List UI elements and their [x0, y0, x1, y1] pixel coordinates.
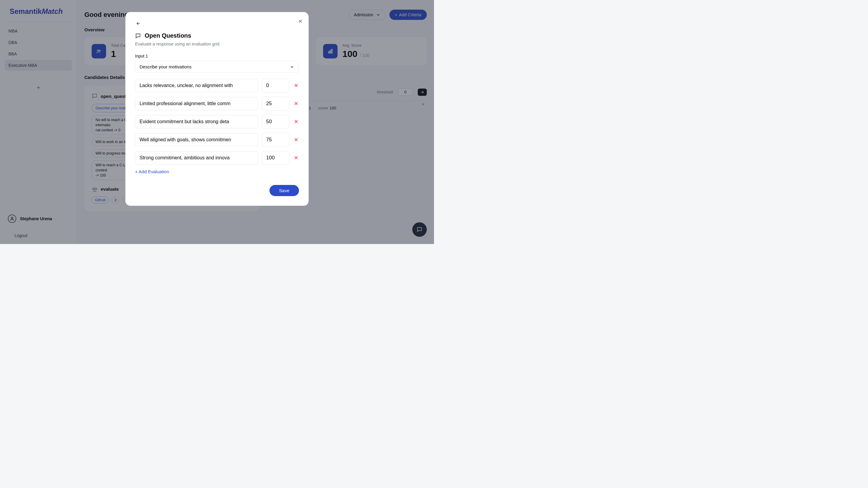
eval-delete-button[interactable]: ✕ — [293, 155, 299, 161]
input-label: Input 1 — [135, 54, 299, 59]
modal-title: Open Questions — [145, 32, 191, 39]
modal-description: Evaluate a response using an evaluation … — [135, 41, 299, 46]
add-evaluation-button[interactable]: + Add Evaluation — [135, 169, 299, 174]
eval-row: Limited professional alignment, little c… — [135, 97, 299, 110]
eval-delete-button[interactable]: ✕ — [293, 100, 299, 107]
eval-score-input[interactable]: 0 — [261, 78, 289, 93]
eval-delete-button[interactable]: ✕ — [293, 119, 299, 125]
eval-delete-button[interactable]: ✕ — [293, 82, 299, 89]
input-select[interactable]: Describe your motivations — [135, 61, 299, 73]
eval-score-input[interactable]: 25 — [261, 97, 289, 110]
eval-text-input[interactable]: Well aligned with goals, shows commitmen — [135, 133, 258, 147]
eval-score-input[interactable]: 100 — [261, 151, 289, 165]
eval-text-input[interactable]: Evident commitment but lacks strong deta — [135, 115, 258, 128]
eval-score-input[interactable]: 50 — [261, 115, 289, 129]
message-icon — [135, 33, 141, 39]
eval-row: Evident commitment but lacks strong deta… — [135, 115, 299, 129]
eval-row: Lacks relevance, unclear, no alignment w… — [135, 78, 299, 93]
eval-row: Well aligned with goals, shows commitmen… — [135, 133, 299, 147]
eval-row: Strong commitment, ambitious and innova … — [135, 151, 299, 165]
eval-text-input[interactable]: Limited professional alignment, little c… — [135, 97, 258, 110]
eval-text-input[interactable]: Strong commitment, ambitious and innova — [135, 151, 258, 164]
eval-delete-button[interactable]: ✕ — [293, 136, 299, 143]
modal-close-button[interactable]: ✕ — [298, 18, 303, 25]
eval-text-input[interactable]: Lacks relevance, unclear, no alignment w… — [135, 79, 258, 92]
chevron-down-icon — [290, 64, 294, 69]
modal-back-button[interactable] — [135, 21, 142, 27]
eval-score-input[interactable]: 75 — [261, 133, 289, 147]
input-value: Describe your motivations — [140, 64, 192, 69]
modal: ✕ Open Questions Evaluate a response usi… — [125, 12, 309, 206]
save-button[interactable]: Save — [270, 185, 299, 196]
arrow-left-icon — [135, 21, 142, 26]
